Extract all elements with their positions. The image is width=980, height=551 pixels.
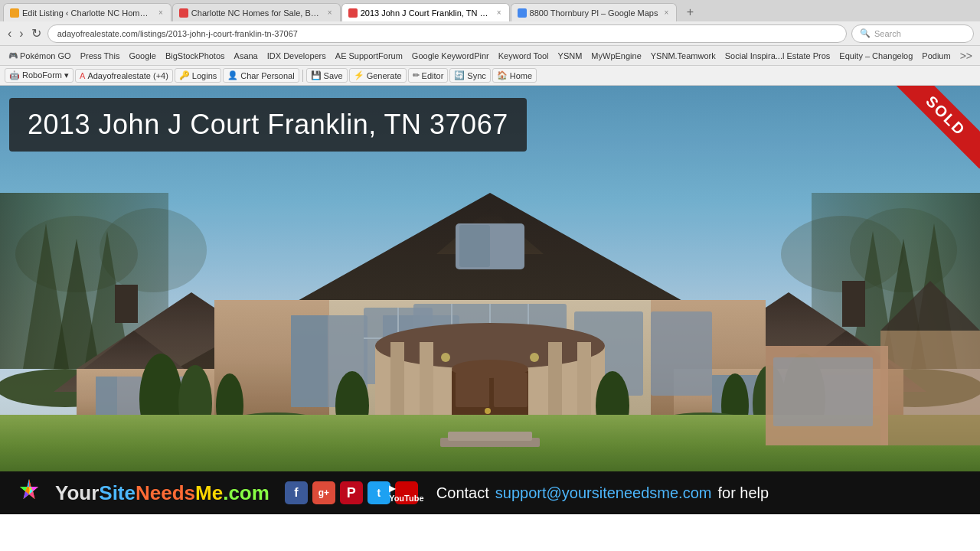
tab-2[interactable]: Charlotte NC Homes for Sale, Ballantyne,… bbox=[172, 3, 341, 21]
save-label: Save bbox=[324, 71, 343, 80]
tab-close-4[interactable]: × bbox=[665, 8, 669, 17]
roboform-label: RoboForm ▾ bbox=[22, 70, 69, 80]
svg-rect-82 bbox=[880, 331, 980, 445]
save-icon: 💾 bbox=[311, 70, 322, 80]
editor-label: Editor bbox=[422, 71, 444, 80]
bookmark-bigstock[interactable]: BigStockPhotos bbox=[162, 50, 229, 62]
search-box[interactable]: 🔍 Search bbox=[851, 24, 974, 43]
tab-3[interactable]: 2013 John J Court Franklin, TN 37067 | A… bbox=[341, 3, 510, 21]
toolbar-separator-1 bbox=[302, 70, 303, 82]
new-tab-button[interactable]: + bbox=[681, 3, 699, 21]
url-field[interactable]: adayofrealestate.com/listings/2013-john-… bbox=[47, 24, 847, 43]
tab-4[interactable]: 8800 Thornbury Pl – Google Maps × bbox=[511, 3, 678, 21]
bookmark-keyword-tool[interactable]: Keyword Tool bbox=[495, 50, 553, 62]
bookmark-label: IDX Developers bbox=[267, 51, 326, 60]
bookmark-label: Google bbox=[129, 51, 155, 60]
bookmark-idx[interactable]: IDX Developers bbox=[263, 50, 330, 62]
home-button[interactable]: 🏠 Home bbox=[492, 68, 537, 83]
tab-close-1[interactable]: × bbox=[158, 8, 163, 17]
bookmark-asana[interactable]: Asana bbox=[230, 50, 262, 62]
bookmark-equity[interactable]: Equity – Changelog bbox=[835, 50, 916, 62]
tab-title-4: 8800 Thornbury Pl – Google Maps bbox=[530, 8, 658, 18]
tabs-bar: Edit Listing ‹ Charlotte NC Homes for Sa… bbox=[0, 0, 980, 21]
sync-button[interactable]: 🔄 Sync bbox=[449, 68, 490, 83]
facebook-icon[interactable]: f bbox=[285, 481, 308, 504]
footer-contact: Contact support@yoursiteneedsme.com for … bbox=[436, 484, 769, 502]
bookmarks-bar: 🎮 Pokémon GO Press This Google BigStockP… bbox=[0, 46, 980, 66]
bookmark-label: Pokémon GO bbox=[20, 51, 71, 60]
bookmark-label: Google KeywordPinr bbox=[412, 51, 489, 60]
contact-label: Contact bbox=[436, 484, 489, 502]
logins-button[interactable]: 🔑 Logins bbox=[175, 68, 221, 83]
tab-1[interactable]: Edit Listing ‹ Charlotte NC Homes for Sa… bbox=[3, 3, 172, 21]
logins-label: Logins bbox=[192, 71, 217, 80]
forward-button[interactable]: › bbox=[18, 25, 24, 42]
address-text: 2013 John J Court Franklin, TN 37067 bbox=[28, 109, 508, 140]
site-name: YourSiteNeedsMe.com bbox=[55, 481, 270, 505]
roboform-icon: 🤖 bbox=[9, 70, 20, 80]
bookmark-mywpengine[interactable]: MyWpEngine bbox=[587, 50, 645, 62]
bookmark-label: BigStockPhotos bbox=[165, 51, 225, 60]
contact-email[interactable]: support@yoursiteneedsme.com bbox=[495, 484, 712, 502]
char-personal-button[interactable]: 👤 Char Personal bbox=[223, 68, 299, 83]
address-overlay: 2013 John J Court Franklin, TN 37067 bbox=[9, 98, 527, 152]
bookmark-label: Keyword Tool bbox=[498, 51, 549, 60]
twitter-icon[interactable]: t bbox=[368, 481, 390, 504]
bookmark-social-inspira[interactable]: Social Inspira...l Estate Pros bbox=[721, 50, 835, 62]
bookmark-ae-support[interactable]: AE SupportForum bbox=[332, 50, 407, 62]
browser-frame: Edit Listing ‹ Charlotte NC Homes for Sa… bbox=[0, 0, 980, 86]
property-photo: SOLD 2013 John J Court Franklin, TN 3706… bbox=[0, 86, 980, 514]
pokemon-icon: 🎮 bbox=[8, 51, 18, 60]
home-icon: 🏠 bbox=[497, 70, 508, 80]
bookmark-ysnm[interactable]: YSNM bbox=[554, 50, 586, 62]
editor-button[interactable]: ✏ Editor bbox=[408, 68, 449, 83]
refresh-button[interactable]: ↻ bbox=[30, 24, 43, 42]
site-name-me: Me bbox=[195, 481, 223, 504]
tab-close-3[interactable]: × bbox=[497, 8, 501, 17]
bookmark-google-keyword[interactable]: Google KeywordPinr bbox=[408, 50, 493, 62]
bookmark-google[interactable]: Google bbox=[125, 50, 159, 62]
tab-close-2[interactable]: × bbox=[328, 8, 332, 17]
address-bar-row: ‹ › ↻ adayofrealestate.com/listings/2013… bbox=[0, 21, 980, 46]
bookmark-press-this[interactable]: Press This bbox=[77, 50, 124, 62]
home-label: Home bbox=[510, 71, 532, 80]
tab-title-2: Charlotte NC Homes for Sale, Ballantyne,… bbox=[191, 8, 322, 18]
sync-label: Sync bbox=[467, 71, 485, 80]
editor-icon: ✏ bbox=[413, 70, 420, 80]
svg-rect-85 bbox=[773, 357, 873, 426]
toolbar-bar: 🤖 RoboForm ▾ A Adayofrealestate (+4) 🔑 L… bbox=[0, 66, 980, 86]
youtube-icon[interactable]: ▶ YouTube bbox=[395, 481, 418, 504]
generate-button[interactable]: ⚡ Generate bbox=[349, 68, 407, 83]
footer-logo bbox=[12, 476, 46, 510]
bookmark-podium[interactable]: Podium bbox=[918, 50, 954, 62]
more-bookmarks-button[interactable]: >> bbox=[956, 48, 976, 64]
social-icons-group: f g+ P t ▶ YouTube bbox=[285, 481, 418, 504]
bookmark-label: MyWpEngine bbox=[591, 51, 641, 60]
adayofrealestate-button[interactable]: A Adayofrealestate (+4) bbox=[75, 69, 173, 83]
sold-text: SOLD bbox=[923, 93, 969, 139]
bookmark-label: YSNM bbox=[558, 51, 583, 60]
site-name-your: Your bbox=[55, 481, 99, 504]
page-footer: YourSiteNeedsMe.com f g+ P t ▶ YouTube C… bbox=[0, 471, 980, 514]
svg-marker-88 bbox=[29, 479, 31, 487]
site-name-com: .com bbox=[223, 481, 270, 504]
bookmark-ysnm-teamwork[interactable]: YSNM.Teamwork bbox=[647, 50, 720, 62]
tab-favicon-1 bbox=[10, 8, 19, 18]
site-name-site: Site bbox=[99, 481, 136, 504]
tab-favicon-3 bbox=[348, 8, 358, 18]
search-label: Search bbox=[874, 29, 901, 38]
bookmark-label: YSNM.Teamwork bbox=[651, 51, 716, 60]
tab-favicon-2 bbox=[179, 8, 188, 18]
generate-icon: ⚡ bbox=[354, 70, 364, 80]
save-button[interactable]: 💾 Save bbox=[306, 68, 348, 83]
main-content: SOLD 2013 John J Court Franklin, TN 3706… bbox=[0, 86, 980, 514]
help-label: for help bbox=[717, 484, 769, 502]
pinterest-icon[interactable]: P bbox=[340, 481, 363, 504]
site-name-needs: Needs bbox=[136, 481, 195, 504]
back-button[interactable]: ‹ bbox=[6, 25, 13, 42]
google-plus-icon[interactable]: g+ bbox=[312, 481, 335, 504]
bookmark-pokemon-go[interactable]: 🎮 Pokémon GO bbox=[5, 50, 75, 62]
roboform-button[interactable]: 🤖 RoboForm ▾ bbox=[5, 68, 74, 83]
svg-marker-89 bbox=[28, 479, 30, 487]
adayofrealestate-label: Adayofrealestate (+4) bbox=[87, 71, 168, 80]
